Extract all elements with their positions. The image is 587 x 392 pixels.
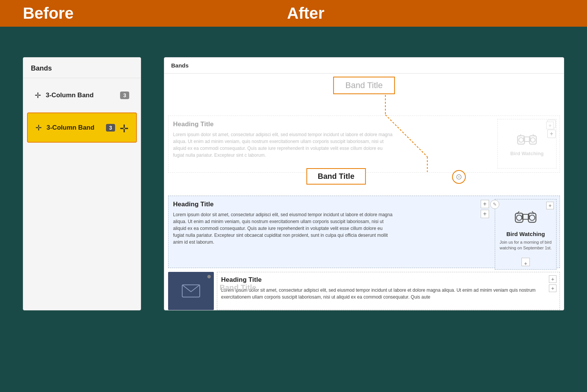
plus-btn-2b[interactable]: +: [481, 210, 489, 218]
bird-label-active: Bird Watching: [506, 231, 545, 237]
section2-container: Heading Title Lorem ipsum dolor sit amet…: [168, 196, 560, 268]
before-panel-title: Bands: [23, 58, 141, 78]
faded-section: Heading Title Lorem ipsum dolor sit amet…: [168, 116, 560, 173]
binoculars-icon-active: [514, 209, 537, 228]
email-dot: [207, 275, 211, 278]
after-panel: Bands Band Title Heading Title Lorem ips…: [164, 57, 564, 310]
header-bar: Before After: [0, 0, 587, 27]
bird-section-active: + Bird Watching Join us for a morning of…: [495, 199, 557, 270]
binoculars-icon-faded: [516, 131, 537, 148]
rotate-icon: [456, 174, 462, 180]
band-title-mid: Band Title: [306, 168, 366, 185]
section1-text: Lorem ipsum dolor sit amet, consectetur …: [173, 131, 395, 159]
plus-btn-bird-faded[interactable]: +: [546, 122, 554, 129]
before-panel: Bands ✛ 3-Column Band 3 ✛ 3-Column Band …: [23, 57, 141, 310]
before-label: Before: [23, 4, 74, 22]
section3-container: Heading Title + + Lorem ipsum dolor sit …: [217, 272, 560, 310]
svg-point-7: [531, 138, 535, 142]
after-label: After: [287, 4, 324, 22]
after-panel-title: Bands: [164, 58, 564, 74]
plus-btn-3a[interactable]: +: [549, 275, 557, 283]
band-count-2: 3: [106, 124, 115, 132]
move-icon-large: ✛: [120, 122, 128, 135]
svg-point-15: [516, 215, 522, 220]
svg-point-6: [519, 138, 523, 142]
active-section: Heading Title Lorem ipsum dolor sit amet…: [168, 196, 560, 268]
svg-point-11: [458, 177, 459, 178]
band-title-top: Band Title: [333, 77, 395, 94]
svg-point-16: [529, 215, 535, 220]
band-label-1: 3-Column Band: [46, 92, 115, 99]
band-item-1[interactable]: ✛ 3-Column Band 3: [27, 84, 137, 107]
band-item-2[interactable]: ✛ 3-Column Band 3 ✛: [27, 112, 137, 143]
plus-btn-bird-bottom[interactable]: +: [521, 258, 530, 266]
plus-btn-3b[interactable]: +: [549, 284, 557, 292]
bird-label-faded: Bird Watching: [510, 151, 544, 156]
band-count-1: 3: [120, 92, 129, 99]
circle-drag-handle[interactable]: [452, 170, 466, 184]
email-block: [168, 272, 214, 310]
bird-desc-active: Join us for a morning of bird watching o…: [497, 239, 555, 251]
bottom-section: Heading Title + + Lorem ipsum dolor sit …: [168, 272, 560, 310]
plus-btn-2a[interactable]: +: [481, 200, 489, 208]
main-content: Bands ✛ 3-Column Band 3 ✛ 3-Column Band …: [0, 38, 587, 310]
edit-icon[interactable]: ✎: [490, 200, 499, 209]
email-icon: [181, 284, 200, 298]
move-icon-1: ✛: [35, 91, 41, 100]
move-icon-2: ✛: [35, 123, 42, 132]
section2-text: Lorem ipsum dolor sit amet, consectetur …: [173, 211, 395, 246]
band-label-2: 3-Column Band: [47, 124, 101, 132]
section3-text: Lorem ipsum dolor sit amet, consectetur …: [221, 287, 556, 300]
section3-heading: Heading Title: [221, 276, 556, 284]
bird-section-faded: + Bird Watching: [497, 119, 557, 169]
plus-btn-bird-active[interactable]: +: [546, 202, 554, 209]
